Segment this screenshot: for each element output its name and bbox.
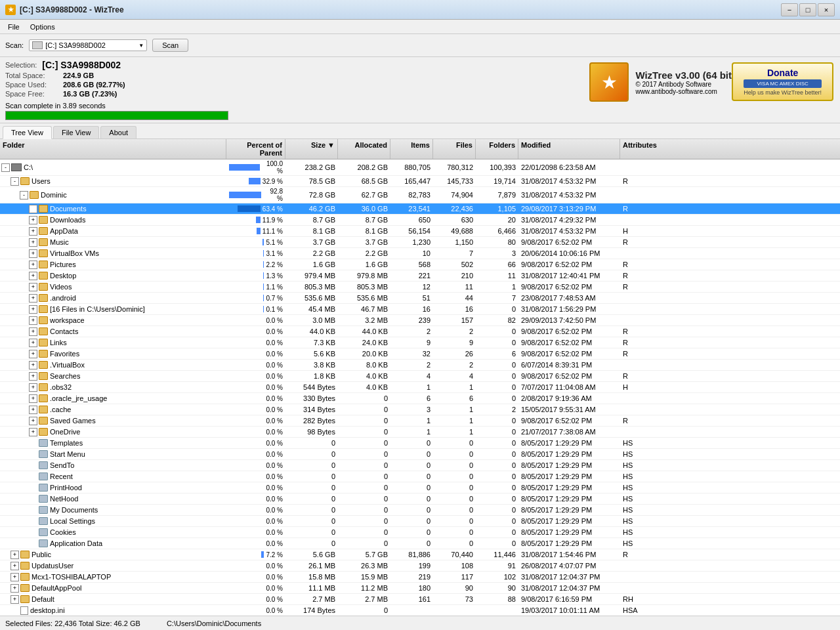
table-row[interactable]: + Downloads 11.9 % 8.7 GB 8.7 GB 650 630…: [0, 215, 840, 226]
expand-button[interactable]: +: [29, 238, 37, 247]
expand-button[interactable]: +: [29, 339, 37, 347]
table-row[interactable]: + [16 Files in C:\Users\Dominic] 0.1 % 4…: [0, 304, 840, 315]
cell-files: 26: [433, 349, 476, 358]
table-row[interactable]: Local Settings 0.0 % 0 0 0 0 0 8/05/2017…: [0, 516, 840, 527]
special-folder-icon: [39, 439, 48, 447]
table-row[interactable]: + .oracle_jre_usage 0.0 % 330 Bytes 0 6 …: [0, 393, 840, 404]
table-row[interactable]: - C:\ 100.0 % 238.2 GB 208.2 GB 880,705 …: [0, 159, 840, 176]
col-header-allocated[interactable]: Allocated: [338, 139, 390, 159]
table-row[interactable]: + VirtualBox VMs 3.1 % 2.2 GB 2.2 GB 10 …: [0, 248, 840, 259]
expand-button[interactable]: +: [29, 383, 37, 392]
minimize-button[interactable]: −: [781, 3, 798, 16]
col-header-files[interactable]: Files: [433, 139, 476, 159]
tab-file-view[interactable]: File View: [53, 126, 99, 138]
expand-button[interactable]: +: [29, 406, 37, 414]
table-row[interactable]: My Documents 0.0 % 0 0 0 0 0 8/05/2017 1…: [0, 505, 840, 516]
expand-button[interactable]: +: [29, 372, 37, 381]
expand-button[interactable]: +: [10, 573, 19, 581]
col-header-folders[interactable]: Folders: [476, 139, 518, 159]
table-row[interactable]: - Dominic 92.8 % 72.8 GB 62.7 GB 82,783 …: [0, 187, 840, 203]
table-row[interactable]: SendTo 0.0 % 0 0 0 0 0 8/05/2017 1:29:29…: [0, 460, 840, 471]
table-row[interactable]: + Default 0.0 % 2.7 MB 2.7 MB 161 73 88 …: [0, 594, 840, 605]
cell-percent: 0.0 %: [226, 316, 285, 325]
table-row[interactable]: Templates 0.0 % 0 0 0 0 0 8/05/2017 1:29…: [0, 438, 840, 449]
expand-button[interactable]: +: [29, 350, 37, 358]
table-row[interactable]: Application Data 0.0 % 0 0 0 0 0 8/05/20…: [0, 538, 840, 549]
table-row[interactable]: Recent 0.0 % 0 0 0 0 0 8/05/2017 1:29:29…: [0, 471, 840, 482]
table-row[interactable]: + workspace 0.0 % 3.0 MB 3.2 MB 239 157 …: [0, 315, 840, 326]
tab-about[interactable]: About: [100, 126, 136, 138]
table-row[interactable]: + Desktop 1.3 % 979.4 MB 979.8 MB 221 21…: [0, 270, 840, 282]
table-row[interactable]: + Mcx1-TOSHIBALAPTOP 0.0 % 15.8 MB 15.9 …: [0, 572, 840, 583]
special-folder-icon: [39, 539, 48, 547]
expand-button[interactable]: +: [29, 394, 37, 403]
expand-button[interactable]: +: [29, 428, 37, 436]
drive-select[interactable]: [C:] S3A9988D002 ▼: [29, 39, 147, 51]
table-row[interactable]: + UpdatusUser 0.0 % 26.1 MB 26.3 MB 199 …: [0, 560, 840, 572]
col-header-size[interactable]: Size ▼: [285, 139, 338, 159]
col-header-modified[interactable]: Modified: [518, 139, 620, 159]
folder-name: Downloads: [50, 216, 85, 224]
cell-size: 7.3 KB: [285, 338, 338, 347]
table-row[interactable]: Start Menu 0.0 % 0 0 0 0 0 8/05/2017 1:2…: [0, 449, 840, 460]
percent-bar: [262, 239, 264, 245]
expand-button[interactable]: +: [29, 205, 37, 213]
table-row[interactable]: + AppData 11.1 % 8.1 GB 8.1 GB 56,154 49…: [0, 226, 840, 237]
table-row[interactable]: + Searches 0.0 % 1.8 KB 4.0 KB 4 4 0 9/0…: [0, 371, 840, 382]
expand-button[interactable]: +: [29, 261, 37, 269]
table-row[interactable]: + OneDrive 0.0 % 98 Bytes 0 1 1 0 21/07/…: [0, 427, 840, 438]
col-header-percent[interactable]: Percent of Parent: [226, 139, 285, 159]
col-header-items[interactable]: Items: [390, 139, 433, 159]
expand-button[interactable]: +: [10, 595, 19, 604]
table-row[interactable]: Cookies 0.0 % 0 0 0 0 0 8/05/2017 1:29:2…: [0, 527, 840, 538]
table-row[interactable]: NetHood 0.0 % 0 0 0 0 0 8/05/2017 1:29:2…: [0, 494, 840, 505]
table-row[interactable]: desktop.ini 0.0 % 174 Bytes 0 19/03/2017…: [0, 605, 840, 616]
expand-button[interactable]: +: [10, 584, 19, 593]
table-row[interactable]: + Favorites 0.0 % 5.6 KB 20.0 KB 32 26 6…: [0, 348, 840, 360]
expand-button[interactable]: +: [29, 361, 37, 369]
cell-attributes: R: [620, 327, 673, 336]
scan-button[interactable]: Scan: [152, 39, 188, 52]
percent-text: 0.0 %: [266, 429, 283, 436]
expand-button[interactable]: +: [29, 227, 37, 236]
cell-items: 16: [390, 304, 433, 314]
donate-button[interactable]: Donate VISA MC AMEX DISC Help us make Wi…: [732, 62, 833, 101]
expand-button[interactable]: +: [29, 417, 37, 425]
table-row[interactable]: + .VirtualBox 0.0 % 3.8 KB 8.0 KB 2 2 0 …: [0, 360, 840, 371]
close-button[interactable]: ×: [818, 3, 835, 16]
table-row[interactable]: + Saved Games 0.0 % 282 Bytes 0 1 1 0 9/…: [0, 415, 840, 427]
expand-button[interactable]: -: [20, 191, 28, 200]
table-row[interactable]: + Pictures 2.2 % 1.6 GB 1.6 GB 568 502 6…: [0, 259, 840, 270]
table-row[interactable]: - Users 32.9 % 78.5 GB 68.5 GB 165,447 1…: [0, 176, 840, 187]
table-row[interactable]: + Videos 1.1 % 805.3 MB 805.3 MB 12 11 1…: [0, 282, 840, 293]
menu-options[interactable]: Options: [25, 22, 60, 32]
expand-button[interactable]: +: [29, 283, 37, 291]
tab-tree-view[interactable]: Tree View: [3, 126, 52, 139]
maximize-button[interactable]: □: [799, 3, 816, 16]
expand-button[interactable]: -: [1, 163, 10, 172]
expand-button[interactable]: +: [29, 294, 37, 303]
table-row[interactable]: + Public 7.2 % 5.6 GB 5.7 GB 81,886 70,4…: [0, 549, 840, 560]
col-header-attributes[interactable]: Attributes: [620, 139, 673, 159]
table-row[interactable]: + Links 0.0 % 7.3 KB 24.0 KB 9 9 0 9/08/…: [0, 337, 840, 348]
table-row[interactable]: + .cache 0.0 % 314 Bytes 0 3 1 2 15/05/2…: [0, 404, 840, 415]
menu-file[interactable]: File: [3, 22, 25, 32]
expand-button[interactable]: +: [29, 327, 37, 336]
table-row[interactable]: + .obs32 0.0 % 544 Bytes 4.0 KB 1 1 0 7/…: [0, 382, 840, 393]
expand-button[interactable]: +: [29, 249, 37, 258]
expand-button[interactable]: +: [29, 272, 37, 280]
expand-button[interactable]: +: [10, 551, 19, 559]
expand-button[interactable]: +: [29, 305, 37, 314]
table-row[interactable]: + .android 0.7 % 535.6 MB 535.6 MB 51 44…: [0, 293, 840, 304]
expand-button[interactable]: -: [10, 177, 19, 186]
table-row[interactable]: PrintHood 0.0 % 0 0 0 0 0 8/05/2017 1:29…: [0, 482, 840, 494]
cell-files: 0: [433, 438, 476, 448]
expand-button[interactable]: +: [29, 216, 37, 224]
expand-button[interactable]: +: [10, 562, 19, 570]
table-row[interactable]: + Contacts 0.0 % 44.0 KB 44.0 KB 2 2 0 9…: [0, 326, 840, 337]
expand-button[interactable]: +: [29, 316, 37, 325]
table-row[interactable]: + Documents 63.4 % 46.2 GB 36.0 GB 23,54…: [0, 203, 840, 215]
table-row[interactable]: + DefaultAppPool 0.0 % 11.1 MB 11.2 MB 1…: [0, 583, 840, 594]
col-header-folder[interactable]: Folder: [0, 139, 226, 159]
table-row[interactable]: + Music 5.1 % 3.7 GB 3.7 GB 1,230 1,150 …: [0, 237, 840, 248]
